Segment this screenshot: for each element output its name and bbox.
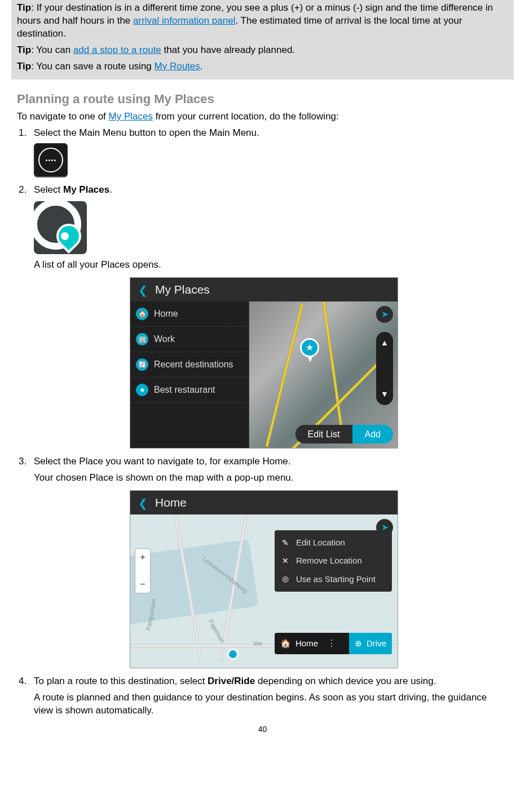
zoom-up-icon[interactable]: ▲ bbox=[381, 338, 389, 348]
home-action-bar: 🏠 Home ⋮ ⊕ Drive bbox=[275, 633, 392, 654]
places-list: 🏠 Home 🏢 Work 🔄 Recent destinations bbox=[130, 301, 249, 448]
link-my-routes[interactable]: My Routes bbox=[155, 61, 200, 72]
list-item[interactable]: ★ Best restaurant bbox=[130, 378, 249, 403]
screenshot-my-places-list: ❮ My Places 🏠 Home 🏢 Work bbox=[130, 277, 398, 449]
map-view[interactable]: ★ ➤ ▲ ▼ Edit List Add bbox=[249, 301, 398, 448]
zoom-down-icon[interactable]: ▼ bbox=[381, 389, 389, 400]
step-3: Select the Place you want to navigate to… bbox=[29, 455, 508, 668]
back-arrow-icon[interactable]: ❮ bbox=[136, 283, 149, 296]
steering-wheel-icon: ⊕ bbox=[355, 638, 362, 649]
popup-item-remove[interactable]: ✕ Remove Location bbox=[275, 552, 392, 570]
link-arrival-information-panel[interactable]: arrival information panel bbox=[133, 15, 235, 26]
compass-icon[interactable]: ➤ bbox=[376, 306, 393, 323]
list-item[interactable]: 🏢 Work bbox=[130, 327, 249, 352]
dots-circle-icon bbox=[38, 148, 63, 172]
steps-list: Select the Main Menu button to open the … bbox=[17, 127, 508, 717]
zoom-control[interactable]: ▲ ▼ bbox=[376, 332, 393, 405]
add-button[interactable]: Add bbox=[352, 425, 393, 444]
tip-label: Tip bbox=[17, 2, 31, 13]
screenshot-header: ❮ Home bbox=[130, 491, 398, 514]
target-icon: ◎ bbox=[280, 574, 290, 584]
screenshot-home-popup: ❮ Home Panguslaan Leeuwenveldseweg Papel… bbox=[130, 490, 398, 668]
step-1: Select the Main Menu button to open the … bbox=[29, 127, 508, 177]
popup-item-use-start[interactable]: ◎ Use as Starting Point bbox=[275, 570, 392, 588]
context-popup: ✎ Edit Location ✕ Remove Location ◎ Use … bbox=[275, 530, 392, 592]
link-add-stop-to-route[interactable]: add a stop to a route bbox=[73, 45, 161, 55]
page-number: 40 bbox=[17, 724, 508, 735]
screenshot-title: Home bbox=[155, 495, 187, 511]
footer-buttons: Edit List Add bbox=[295, 425, 393, 444]
step-3-text-b: Your chosen Place is shown on the map wi… bbox=[34, 472, 508, 485]
intro-text: To navigate to one of My Places from you… bbox=[17, 110, 508, 123]
tip-2: Tip: You can add a stop to a route that … bbox=[17, 42, 508, 59]
map-star-pin-icon[interactable]: ★ bbox=[300, 338, 319, 357]
step-4-text-b: A route is planned and then guidance to … bbox=[34, 691, 508, 717]
tip-3: Tip: You can save a route using My Route… bbox=[17, 59, 508, 75]
tip-label: Tip bbox=[17, 45, 31, 55]
step-4-text-a: To plan a route to this destination, sel… bbox=[34, 675, 508, 688]
step-2-sub: A list of all your Places opens. bbox=[34, 259, 508, 272]
screenshot-title: My Places bbox=[155, 282, 210, 298]
remove-icon: ✕ bbox=[280, 556, 290, 566]
popup-item-edit[interactable]: ✎ Edit Location bbox=[275, 534, 392, 552]
zoom-control[interactable]: + − bbox=[135, 548, 151, 593]
list-item[interactable]: 🔄 Recent destinations bbox=[130, 352, 249, 378]
section-title: Planning a route using My Places bbox=[17, 91, 508, 108]
drive-button[interactable]: ⊕ Drive bbox=[349, 633, 392, 654]
home-icon: 🏠 bbox=[136, 308, 148, 320]
step-3-text-a: Select the Place you want to navigate to… bbox=[34, 455, 508, 468]
step-2-text: Select My Places. bbox=[34, 184, 508, 197]
link-my-places[interactable]: My Places bbox=[109, 111, 153, 122]
list-item[interactable]: 🏠 Home bbox=[130, 301, 249, 327]
screenshot-header: ❮ My Places bbox=[130, 278, 398, 301]
map-view[interactable]: Panguslaan Leeuwenveldseweg Papelaan We … bbox=[130, 514, 398, 668]
back-arrow-icon[interactable]: ❮ bbox=[136, 496, 149, 509]
recent-icon: 🔄 bbox=[136, 358, 148, 371]
step-4: To plan a route to this destination, sel… bbox=[29, 675, 508, 717]
tip-1: Tip: If your destination is in a differe… bbox=[17, 0, 508, 42]
zoom-out-icon[interactable]: − bbox=[140, 578, 145, 591]
road-label: We bbox=[253, 640, 262, 648]
zoom-in-icon[interactable]: + bbox=[140, 551, 145, 563]
work-icon: 🏢 bbox=[136, 333, 148, 345]
edit-list-button[interactable]: Edit List bbox=[295, 425, 352, 444]
step-1-text: Select the Main Menu button to open the … bbox=[34, 127, 508, 140]
my-places-icon bbox=[34, 201, 87, 254]
home-location-pin-icon bbox=[227, 649, 239, 660]
home-segment[interactable]: 🏠 Home bbox=[275, 633, 324, 654]
step-2: Select My Places. A list of all your Pla… bbox=[29, 184, 508, 449]
home-icon: 🏠 bbox=[280, 638, 291, 649]
tip-label: Tip bbox=[17, 61, 31, 72]
more-dots-icon[interactable]: ⋮ bbox=[324, 637, 339, 650]
tips-box: Tip: If your destination is in a differe… bbox=[11, 0, 514, 79]
star-icon: ★ bbox=[136, 384, 148, 396]
edit-icon: ✎ bbox=[280, 538, 290, 548]
main-menu-button-icon bbox=[34, 143, 68, 177]
